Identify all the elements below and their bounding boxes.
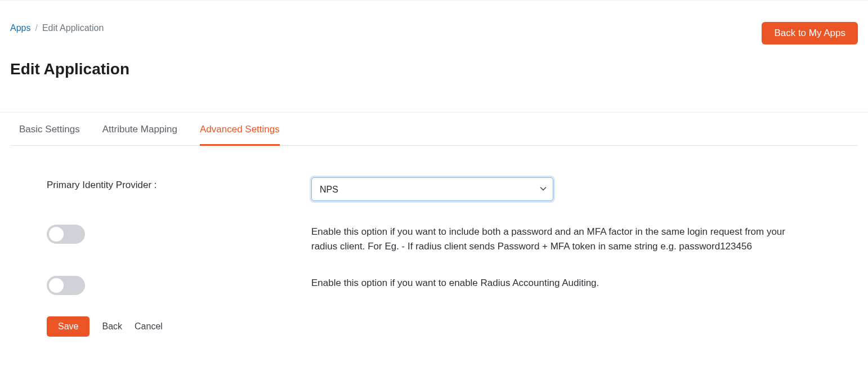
save-button[interactable]: Save	[47, 316, 90, 337]
tabs: Basic Settings Attribute Mapping Advance…	[10, 113, 858, 146]
mfa-password-toggle[interactable]	[47, 225, 85, 244]
toggle-knob	[49, 227, 64, 242]
cancel-button[interactable]: Cancel	[135, 321, 163, 332]
breadcrumb-separator: /	[35, 23, 37, 33]
primary-idp-label: Primary Identity Provider :	[47, 177, 311, 191]
radius-accounting-toggle-description: Enable this option if you want to enable…	[311, 276, 801, 290]
page-title: Edit Application	[10, 60, 858, 78]
breadcrumb-current: Edit Application	[42, 23, 104, 33]
breadcrumb-link-apps[interactable]: Apps	[10, 23, 30, 33]
tab-advanced-settings[interactable]: Advanced Settings	[200, 113, 280, 146]
back-button[interactable]: Back	[102, 321, 122, 332]
back-to-apps-button[interactable]: Back to My Apps	[762, 22, 858, 44]
radius-accounting-toggle[interactable]	[47, 276, 85, 295]
tab-basic-settings[interactable]: Basic Settings	[19, 113, 80, 146]
breadcrumb: Apps / Edit Application	[10, 22, 104, 33]
tab-attribute-mapping[interactable]: Attribute Mapping	[102, 113, 177, 146]
primary-idp-select[interactable]: NPS	[311, 177, 553, 201]
mfa-password-toggle-description: Enable this option if you want to includ…	[311, 225, 801, 254]
toggle-knob	[49, 278, 64, 293]
